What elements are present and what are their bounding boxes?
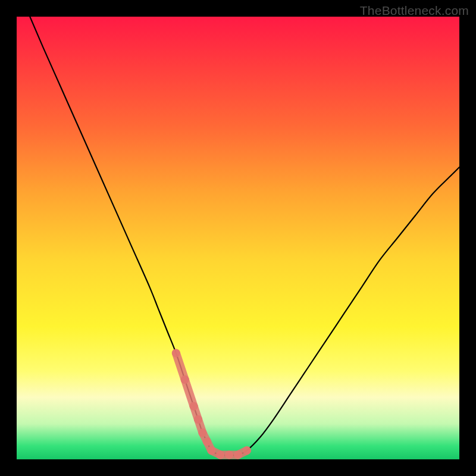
optimal-zone-dot — [190, 402, 198, 411]
optimal-zone-dot — [198, 428, 206, 437]
optimal-zone-marker — [172, 349, 251, 459]
optimal-zone-segment — [185, 380, 194, 406]
optimal-zone-dot — [203, 437, 211, 446]
bottleneck-chart — [17, 17, 459, 459]
optimal-zone-dot — [243, 446, 251, 455]
bottleneck-curve-line — [30, 17, 459, 455]
optimal-zone-dot — [172, 349, 180, 357]
optimal-zone-dot — [234, 451, 242, 459]
optimal-zone-dot — [207, 446, 215, 455]
optimal-zone-dot — [216, 451, 224, 459]
optimal-zone-dot — [225, 451, 233, 459]
watermark-text: TheBottleneck.com — [360, 4, 469, 18]
optimal-zone-dot — [181, 375, 189, 384]
optimal-zone-dot — [194, 415, 202, 424]
optimal-zone-segment — [176, 353, 185, 380]
